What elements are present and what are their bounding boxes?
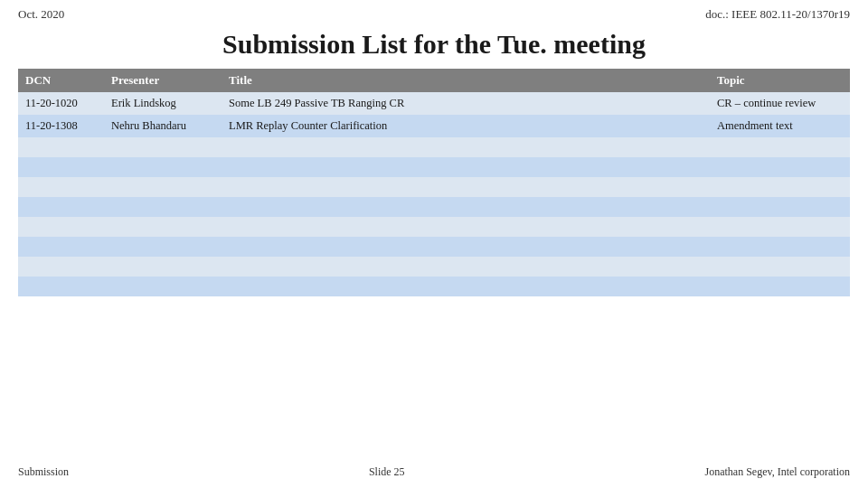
cell-topic — [710, 197, 850, 217]
col-header-dcn: DCN — [18, 69, 104, 92]
cell-dcn — [18, 257, 104, 277]
cell-presenter — [104, 177, 222, 197]
footer: Submission Slide 25 Jonathan Segev, Inte… — [0, 465, 868, 479]
footer-right: Jonathan Segev, Intel corporation — [704, 465, 850, 479]
table-row — [18, 137, 850, 157]
cell-dcn: 11-20-1020 — [18, 92, 104, 115]
cell-topic — [710, 177, 850, 197]
cell-dcn — [18, 177, 104, 197]
cell-presenter: Erik Lindskog — [104, 92, 222, 115]
cell-title — [222, 217, 710, 237]
doc-reference: doc.: IEEE 802.11-20/1370r19 — [705, 7, 850, 22]
table-row — [18, 237, 850, 257]
header-bar: Oct. 2020 doc.: IEEE 802.11-20/1370r19 — [0, 0, 868, 25]
cell-presenter — [104, 237, 222, 257]
cell-title — [222, 197, 710, 217]
footer-center: Slide 25 — [369, 465, 405, 479]
table-row — [18, 217, 850, 237]
cell-title: Some LB 249 Passive TB Ranging CR — [222, 92, 710, 115]
cell-title — [222, 237, 710, 257]
table-row: 11-20-1308Nehru BhandaruLMR Replay Count… — [18, 115, 850, 137]
cell-dcn — [18, 157, 104, 177]
table-row — [18, 197, 850, 217]
table-header-row: DCN Presenter Title Topic — [18, 69, 850, 92]
cell-topic — [710, 157, 850, 177]
cell-topic — [710, 257, 850, 277]
cell-topic: CR – continue review — [710, 92, 850, 115]
col-header-topic: Topic — [710, 69, 850, 92]
submission-table: DCN Presenter Title Topic 11-20-1020Erik… — [18, 69, 850, 296]
cell-topic — [710, 137, 850, 157]
cell-presenter — [104, 137, 222, 157]
cell-dcn — [18, 197, 104, 217]
cell-presenter: Nehru Bhandaru — [104, 115, 222, 137]
cell-presenter — [104, 257, 222, 277]
cell-title: LMR Replay Counter Clarification — [222, 115, 710, 137]
table-row — [18, 277, 850, 296]
cell-dcn: 11-20-1308 — [18, 115, 104, 137]
date-label: Oct. 2020 — [18, 7, 64, 22]
cell-title — [222, 277, 710, 296]
cell-title — [222, 157, 710, 177]
cell-presenter — [104, 157, 222, 177]
table-row — [18, 157, 850, 177]
cell-presenter — [104, 197, 222, 217]
cell-dcn — [18, 277, 104, 296]
table-row — [18, 177, 850, 197]
table-row: 11-20-1020Erik LindskogSome LB 249 Passi… — [18, 92, 850, 115]
cell-topic — [710, 217, 850, 237]
cell-dcn — [18, 237, 104, 257]
cell-topic — [710, 277, 850, 296]
col-header-title: Title — [222, 69, 710, 92]
cell-presenter — [104, 277, 222, 296]
table-row — [18, 257, 850, 277]
cell-title — [222, 177, 710, 197]
footer-left: Submission — [18, 465, 69, 479]
cell-topic: Amendment text — [710, 115, 850, 137]
page-title: Submission List for the Tue. meeting — [0, 29, 868, 60]
cell-presenter — [104, 217, 222, 237]
cell-title — [222, 257, 710, 277]
col-header-presenter: Presenter — [104, 69, 222, 92]
cell-title — [222, 137, 710, 157]
cell-dcn — [18, 137, 104, 157]
submission-table-container: DCN Presenter Title Topic 11-20-1020Erik… — [18, 69, 850, 296]
cell-dcn — [18, 217, 104, 237]
cell-topic — [710, 237, 850, 257]
